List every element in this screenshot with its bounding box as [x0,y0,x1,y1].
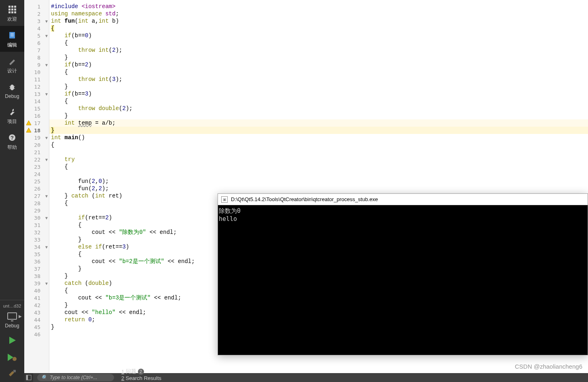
line-number[interactable]: 17 [24,119,49,127]
line-number[interactable]: 23 [24,163,49,170]
line-number[interactable]: 9▼ [24,61,49,68]
code-line[interactable]: if(b==3) [49,90,588,98]
line-number[interactable]: 29 [24,207,49,214]
line-number[interactable]: 41 [24,294,49,301]
line-number[interactable]: 33 [24,236,49,243]
code-line[interactable] [49,149,588,156]
locator-input[interactable]: 🔍 Type to locate (Ctrl+... [37,374,114,381]
fold-icon[interactable]: ▼ [45,194,48,198]
fold-icon[interactable]: ▼ [45,281,48,286]
code-line[interactable]: } [49,54,588,61]
line-number[interactable]: 35 [24,250,49,258]
line-number[interactable]: 16 [24,112,49,119]
build-button[interactable] [0,366,24,382]
line-number[interactable]: 1 [24,3,49,10]
line-number[interactable]: 12 [24,83,49,90]
code-line[interactable]: { [49,163,588,170]
line-number[interactable]: 19▼ [24,134,49,141]
console-titlebar[interactable]: ▣ D:\Qt\Qt5.14.2\Tools\QtCreator\bin\qtc… [218,194,588,205]
code-line[interactable]: throw int(2); [49,47,588,54]
code-line[interactable]: { [49,141,588,149]
line-number[interactable]: 36 [24,258,49,265]
line-number[interactable]: 3▼ [24,17,49,25]
sidebar-item-grid[interactable]: 欢迎 [0,0,24,26]
sidebar-item-bug[interactable]: Debug [0,78,24,102]
sidebar-item-pencil[interactable]: 设计 [0,52,24,78]
line-number[interactable]: 22▼ [24,156,49,163]
fold-icon[interactable]: ▼ [45,34,48,38]
line-number[interactable]: 11 [24,76,49,83]
code-line[interactable]: } [49,127,588,134]
line-number[interactable]: 34▼ [24,243,49,250]
line-number[interactable]: 40 [24,287,49,294]
code-line[interactable]: } [49,112,588,119]
fold-icon[interactable]: ▼ [45,216,48,220]
line-number[interactable]: 8 [24,54,49,61]
line-number[interactable]: 21 [24,149,49,156]
fold-icon[interactable]: ▼ [45,136,48,140]
line-number[interactable]: 42 [24,301,49,309]
line-number[interactable]: 30▼ [24,214,49,221]
status-pane-2[interactable]: 2 Search Results [121,375,161,381]
line-number[interactable]: 10 [24,68,49,76]
sidebar-item-help[interactable]: ?帮助 [0,128,24,154]
code-line[interactable]: fun(2,2); [49,185,588,192]
code-line[interactable]: #include <iostream> [49,3,588,10]
code-line[interactable]: { [49,39,588,47]
line-gutter[interactable]: 123▼45▼6789▼10111213▼141516171819▼202122… [24,0,49,382]
line-number[interactable]: 31 [24,221,49,229]
line-number[interactable]: 7 [24,47,49,54]
fold-icon[interactable]: ▼ [45,92,48,96]
line-number[interactable]: 13▼ [24,90,49,98]
line-number[interactable]: 32 [24,229,49,236]
code-line[interactable]: int main() [49,134,588,141]
line-number[interactable]: 45 [24,323,49,331]
code-line[interactable]: if(b==2) [49,61,588,68]
line-number[interactable]: 18 [24,127,49,134]
code-line[interactable]: int temp = a/b; [49,119,588,127]
line-number[interactable]: 38 [24,272,49,280]
console-output[interactable]: 除数为0hello [218,205,588,355]
kit-selector[interactable]: ▶ [0,310,24,322]
debug-run-button[interactable] [0,349,24,366]
line-number[interactable]: 46 [24,331,49,338]
line-number[interactable]: 2 [24,10,49,17]
line-number[interactable]: 14 [24,98,49,105]
line-number[interactable]: 28 [24,199,49,207]
code-line[interactable]: using namespace std; [49,10,588,17]
line-number[interactable]: 44 [24,316,49,323]
code-line[interactable]: throw double(2); [49,105,588,112]
line-number[interactable]: 4 [24,25,49,32]
code-line[interactable]: try [49,156,588,163]
code-line[interactable]: fun(2,0); [49,178,588,185]
code-line[interactable]: if(b==0) [49,32,588,39]
fold-icon[interactable]: ▼ [45,157,48,162]
line-number[interactable]: 20 [24,141,49,149]
line-number[interactable]: 39▼ [24,280,49,287]
line-number[interactable]: 25 [24,178,49,185]
code-line[interactable]: } [49,83,588,90]
code-line[interactable]: { [49,98,588,105]
line-number[interactable]: 6 [24,39,49,47]
run-button[interactable] [0,332,24,349]
fold-icon[interactable]: ▼ [45,245,48,249]
sidebar-item-edit[interactable]: 编辑 [0,26,24,52]
fold-icon[interactable]: ▼ [45,19,48,23]
status-pane-1[interactable]: 1 问题2 [121,368,161,375]
code-line[interactable] [49,170,588,178]
code-line[interactable]: int fun(int a,int b) [49,17,588,25]
code-line[interactable]: throw int(3); [49,76,588,83]
line-number[interactable]: 5▼ [24,32,49,39]
code-line[interactable]: { [49,68,588,76]
code-line[interactable]: { [49,25,588,32]
line-number[interactable]: 24 [24,170,49,178]
sidebar-item-wrench[interactable]: 项目 [0,102,24,128]
line-number[interactable]: 27▼ [24,192,49,199]
line-number[interactable]: 43 [24,309,49,316]
line-number[interactable]: 26 [24,185,49,192]
fold-icon[interactable]: ▼ [45,63,48,67]
line-number[interactable]: 37 [24,265,49,272]
line-number[interactable]: 15 [24,105,49,112]
sidebar-toggle-button[interactable] [24,373,33,382]
project-selector[interactable]: unt…d32 [0,302,24,310]
